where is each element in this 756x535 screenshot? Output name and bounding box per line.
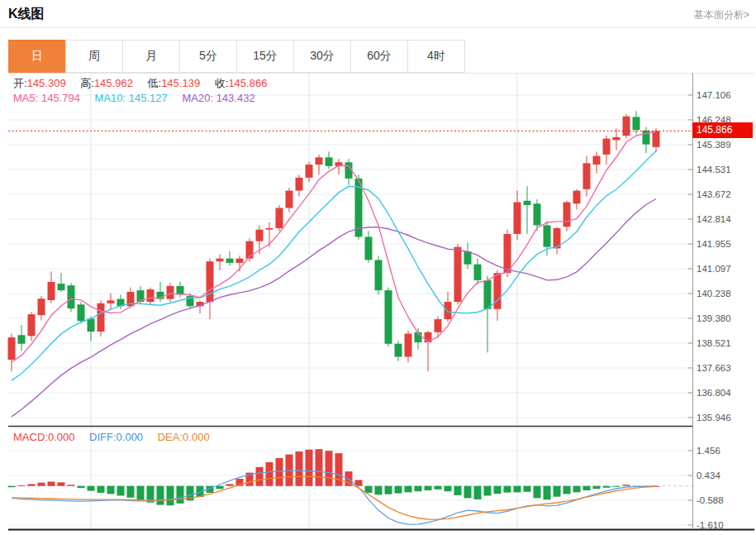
macd-label: MACD:: [13, 431, 48, 443]
svg-text:136.804: 136.804: [697, 388, 731, 398]
dea-value: 0.000: [183, 431, 210, 443]
high-value: 145.962: [94, 77, 133, 89]
macd-value: 0.000: [48, 431, 75, 443]
open-value: 145.309: [27, 77, 66, 89]
svg-text:1.456: 1.456: [697, 446, 720, 456]
high-label: 高:: [80, 77, 94, 89]
ohlc-readout: 开:145.309 高:145.962 低:145.139 收:145.866: [13, 76, 278, 91]
svg-text:137.663: 137.663: [697, 363, 731, 373]
svg-text:139.380: 139.380: [697, 313, 731, 323]
ma20-value: 143.432: [216, 92, 255, 104]
close-value: 145.866: [228, 77, 267, 89]
kline-page: K线图 基本面分析> 日 周 月 5分 15分 30分 60分 4时 147.1…: [0, 0, 756, 535]
low-value: 145.139: [161, 77, 200, 89]
dea-label: DEA:: [158, 431, 183, 443]
svg-text:145.389: 145.389: [697, 140, 731, 150]
ma10-label: MA10:: [95, 92, 126, 104]
close-label: 收:: [215, 77, 229, 89]
ma5-label: MA5:: [13, 92, 38, 104]
svg-text:143.672: 143.672: [697, 189, 731, 199]
svg-text:138.521: 138.521: [697, 338, 731, 348]
open-label: 开:: [13, 77, 27, 89]
macd-histogram-layer: [8, 449, 660, 505]
ma10-value: 145.127: [129, 92, 168, 104]
svg-text:142.814: 142.814: [697, 214, 731, 224]
ma5-value: 145.794: [41, 92, 80, 104]
macd-readout: MACD:0.000 DIFF:0.000 DEA:0.000: [13, 431, 221, 443]
diff-label: DIFF:: [89, 431, 116, 443]
last-price-tag: 145.866: [692, 122, 753, 138]
ma-readout: MA5: 145.794 MA10: 145.127 MA20: 143.432: [13, 92, 267, 104]
svg-text:140.238: 140.238: [697, 289, 731, 299]
svg-text:-1.610: -1.610: [697, 520, 724, 530]
svg-text:0.434: 0.434: [697, 471, 720, 480]
axis-labels-layer: 147.106146.248145.389144.531143.672142.8…: [688, 90, 732, 530]
svg-text:-0.588: -0.588: [697, 495, 724, 505]
low-label: 低:: [148, 77, 162, 89]
svg-text:144.531: 144.531: [697, 165, 731, 174]
svg-text:147.106: 147.106: [697, 90, 731, 100]
ma20-label: MA20:: [182, 92, 213, 104]
dea-line: [12, 476, 656, 519]
svg-text:141.097: 141.097: [697, 264, 731, 274]
diff-value: 0.000: [116, 431, 144, 443]
svg-text:135.946: 135.946: [697, 413, 731, 423]
svg-text:141.955: 141.955: [697, 239, 731, 249]
